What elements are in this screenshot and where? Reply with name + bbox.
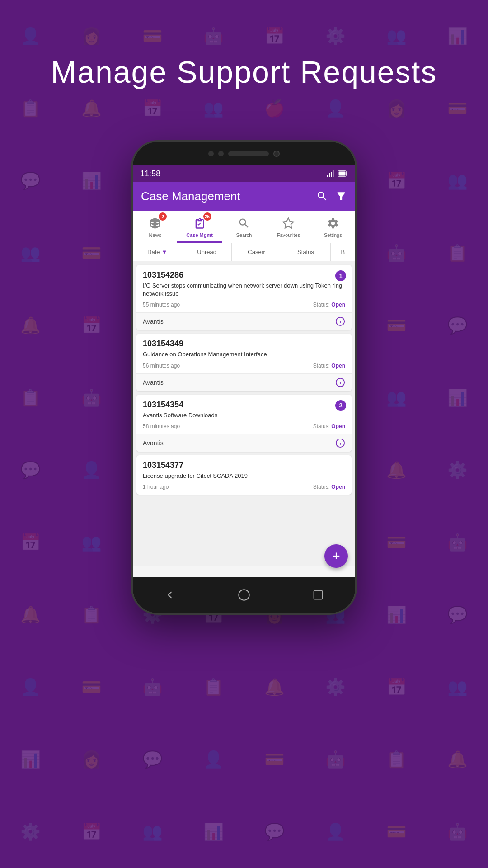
case-card-2[interactable]: 103154349 Guidance on Operations Managem… <box>136 334 352 391</box>
case-time-2: 56 minutes ago <box>143 363 180 369</box>
case-card-4[interactable]: 103154377 License upgrade for Citect SCA… <box>136 455 352 495</box>
cases-list: 103154286 1 I/O Server stops communicati… <box>133 261 355 566</box>
bg-icon: 👥 <box>366 362 427 434</box>
case-status-2: Status: Open <box>313 363 345 369</box>
bg-icon: 💳 <box>61 217 122 289</box>
filter-case-num[interactable]: Case# <box>232 243 281 261</box>
bg-icon: 💳 <box>61 651 122 723</box>
bg-icon: 📋 <box>61 579 122 651</box>
bottom-nav: 2 News 25 Case Mgmt <box>133 211 355 243</box>
phone-frame: 11:58 <box>131 140 357 615</box>
phone-screen: 11:58 <box>133 165 355 577</box>
phone-dot-right <box>218 151 224 156</box>
case-company-3: Avantis <box>143 439 164 447</box>
case-mgmt-badge: 25 <box>203 212 211 221</box>
case-description-3: Avantis Software Downloads <box>136 410 352 421</box>
info-icon-1[interactable] <box>335 316 345 326</box>
android-back-button[interactable] <box>162 587 178 603</box>
filter-icon[interactable] <box>335 190 347 202</box>
favourites-icon-wrap <box>280 215 296 231</box>
svg-rect-5 <box>347 172 348 175</box>
case-status-open-4: Open <box>331 484 345 490</box>
case-status-4: Status: Open <box>313 484 345 490</box>
android-recent-button[interactable] <box>310 587 326 603</box>
bg-icon: 💳 <box>366 506 427 579</box>
svg-rect-1 <box>329 173 330 177</box>
filter-unread[interactable]: Unread <box>182 243 231 261</box>
bg-icon: 📅 <box>366 145 427 217</box>
svg-point-19 <box>239 590 249 600</box>
phone-camera <box>273 151 280 157</box>
filter-extra[interactable]: B <box>331 243 355 261</box>
case-card-3[interactable]: 103154354 2 Avantis Software Downloads 5… <box>136 395 352 452</box>
bg-icon: 👤 <box>305 796 366 868</box>
bg-icon: 💬 <box>0 145 61 217</box>
case-description-2: Guidance on Operations Management Interf… <box>136 349 352 360</box>
bg-icon: 🤖 <box>305 723 366 796</box>
case-time-3: 58 minutes ago <box>143 423 180 429</box>
bg-icon: 💬 <box>427 579 488 651</box>
phone-speaker <box>228 151 269 156</box>
bg-icon: 👥 <box>427 145 488 217</box>
bg-icon: 📅 <box>61 796 122 868</box>
android-home-button[interactable] <box>236 587 252 603</box>
fab-button[interactable]: + <box>324 544 348 568</box>
bg-icon: 🤖 <box>427 506 488 579</box>
case-card-1[interactable]: 103154286 1 I/O Server stops communicati… <box>136 265 352 330</box>
info-icon-2[interactable] <box>335 377 345 387</box>
case-header-1: 103154286 1 <box>136 265 352 280</box>
bg-icon: 📊 <box>366 579 427 651</box>
bg-icon: 💳 <box>366 289 427 362</box>
bg-icon: 💳 <box>366 796 427 868</box>
case-footer-3: Avantis <box>136 434 352 452</box>
filter-date[interactable]: Date ▼ <box>133 243 182 261</box>
svg-rect-20 <box>314 591 323 599</box>
search-tab-icon <box>238 217 250 230</box>
bg-icon: 👩 <box>61 723 122 796</box>
case-number-3: 103154354 <box>143 400 183 409</box>
sort-arrow-icon: ▼ <box>162 249 168 255</box>
info-icon-3[interactable] <box>335 438 345 448</box>
status-time: 11:58 <box>140 169 160 179</box>
app-header: Case Management <box>133 182 355 211</box>
bg-icon: 📊 <box>183 796 244 868</box>
case-header-2: 103154349 <box>136 334 352 349</box>
favourites-icon <box>282 217 295 230</box>
case-description-1: I/O Server stops communicating when netw… <box>136 280 352 300</box>
filter-extra-label: B <box>341 249 345 255</box>
tab-search-label: Search <box>236 232 252 238</box>
bg-icon: 🤖 <box>427 796 488 868</box>
tab-news[interactable]: 2 News <box>133 211 177 243</box>
settings-icon-wrap <box>325 215 341 231</box>
news-icon-wrap: 2 <box>147 215 163 231</box>
case-badge-1: 1 <box>335 270 346 281</box>
search-icon[interactable] <box>316 190 328 202</box>
search-tab-icon-wrap <box>236 215 252 231</box>
tab-search[interactable]: Search <box>222 211 266 243</box>
bg-icon: 🔔 <box>244 651 305 723</box>
case-status-open-1: Open <box>331 302 345 308</box>
case-number-4: 103154377 <box>143 461 183 470</box>
settings-icon <box>327 217 339 230</box>
bg-icon: 💬 <box>427 289 488 362</box>
filter-status[interactable]: Status <box>281 243 330 261</box>
bg-icon: 👥 <box>61 506 122 579</box>
tab-case-mgmt[interactable]: 25 Case Mgmt <box>177 211 221 243</box>
case-meta-1: 55 minutes ago Status: Open <box>136 300 352 312</box>
bg-icon: ⚙️ <box>0 796 61 868</box>
tab-news-label: News <box>149 232 161 238</box>
filter-row: Date ▼ Unread Case# Status B <box>133 243 355 261</box>
filter-unread-label: Unread <box>197 249 216 255</box>
status-bar: 11:58 <box>133 165 355 182</box>
bg-icon: ⚙️ <box>427 434 488 506</box>
tab-favourites[interactable]: Favourites <box>266 211 310 243</box>
status-icons <box>327 170 348 177</box>
bg-icon: 💬 <box>244 796 305 868</box>
bg-icon: 📊 <box>427 362 488 434</box>
case-meta-2: 56 minutes ago Status: Open <box>136 361 352 373</box>
bg-icon: 📅 <box>61 289 122 362</box>
case-status-open-3: Open <box>331 423 345 429</box>
case-time-4: 1 hour ago <box>143 484 169 490</box>
tab-settings[interactable]: Settings <box>311 211 355 243</box>
case-number-2: 103154349 <box>143 339 183 348</box>
